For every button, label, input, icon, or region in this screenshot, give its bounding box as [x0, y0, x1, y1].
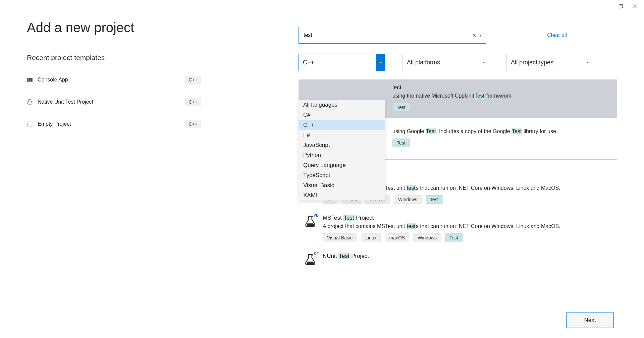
language-option[interactable]: XAML: [299, 190, 385, 201]
language-option[interactable]: Visual Basic: [299, 180, 385, 190]
recent-template-item[interactable]: >_ Console App C++: [27, 72, 241, 91]
result-tag: Windows: [413, 233, 441, 242]
clear-search-icon[interactable]: ✕: [470, 32, 478, 39]
chevron-down-icon: ▾: [483, 61, 485, 64]
search-input[interactable]: [304, 32, 470, 38]
language-option[interactable]: C#: [299, 110, 385, 120]
recent-template-tag: C++: [185, 76, 201, 84]
clear-all-link[interactable]: Clear all: [547, 32, 567, 38]
svg-rect-6: [28, 122, 32, 126]
page-title: Add a new project: [27, 20, 241, 35]
language-option[interactable]: F#: [299, 130, 385, 140]
result-tag: Test: [426, 195, 443, 204]
project-type-filter[interactable]: All project types ▾: [506, 54, 593, 71]
chevron-down-icon: ▾: [587, 61, 589, 64]
language-filter-value: C++: [303, 59, 314, 66]
result-title: NUnit Test Project: [323, 253, 617, 260]
language-option[interactable]: All languages: [299, 100, 385, 110]
search-dropdown-icon[interactable]: ▾: [478, 34, 483, 37]
template-result-item[interactable]: C#NUnit Test Project: [299, 248, 617, 272]
result-tag: Test: [445, 233, 463, 242]
result-tag: Test: [392, 138, 410, 147]
result-tag: Linux: [361, 233, 381, 242]
empty-project-icon: [27, 121, 33, 127]
language-filter[interactable]: C++ ▾: [299, 54, 385, 71]
recent-templates-heading: Recent project templates: [27, 54, 241, 62]
recent-template-item[interactable]: Empty Project C++: [27, 117, 241, 135]
result-tag: Windows: [394, 195, 422, 204]
language-option[interactable]: Python: [299, 150, 385, 160]
recent-template-name: Empty Project: [38, 121, 71, 127]
language-dropdown-list: All languagesC#C++F#JavaScriptPythonQuer…: [299, 100, 385, 201]
platform-filter-value: All platforms: [407, 59, 440, 66]
platform-filter[interactable]: All platforms ▾: [402, 54, 489, 71]
unit-test-icon: [27, 99, 33, 105]
result-tag: Test: [392, 103, 410, 112]
recent-template-tag: C++: [185, 98, 201, 106]
result-description: using the native Microsoft CppUnitTest f…: [392, 93, 617, 99]
language-option[interactable]: JavaScript: [299, 140, 385, 150]
result-title: MSTest Test Project: [323, 215, 617, 221]
template-result-item[interactable]: VBMSTest Test ProjectA project that cont…: [299, 210, 617, 248]
result-tag: Visual Basic: [323, 233, 357, 242]
language-option[interactable]: C++: [299, 120, 385, 130]
flask-icon: VB: [304, 215, 317, 228]
project-type-filter-value: All project types: [511, 59, 553, 66]
next-button[interactable]: Next: [566, 313, 614, 328]
svg-rect-1: [619, 5, 622, 8]
result-title: ject: [392, 84, 617, 91]
chevron-down-icon: ▾: [376, 54, 385, 71]
recent-template-tag: C++: [185, 120, 201, 128]
result-tag: macOS: [385, 233, 409, 242]
svg-text:>_: >_: [28, 78, 31, 81]
close-window-icon[interactable]: [633, 4, 637, 9]
language-option[interactable]: Query Language: [299, 160, 385, 170]
flask-icon: C#: [304, 253, 317, 266]
recent-template-name: Console App: [38, 77, 68, 83]
recent-template-name: Native Unit Test Project: [38, 99, 93, 105]
restore-window-icon[interactable]: [619, 4, 623, 9]
recent-template-item[interactable]: Native Unit Test Project C++: [27, 95, 241, 113]
language-option[interactable]: TypeScript: [299, 170, 385, 180]
console-app-icon: >_: [27, 77, 33, 83]
search-box[interactable]: ✕ ▾: [299, 27, 486, 44]
result-description: using Google Test. Includes a copy of th…: [392, 128, 617, 134]
result-description: A project that contains MSTest unit test…: [323, 223, 617, 229]
